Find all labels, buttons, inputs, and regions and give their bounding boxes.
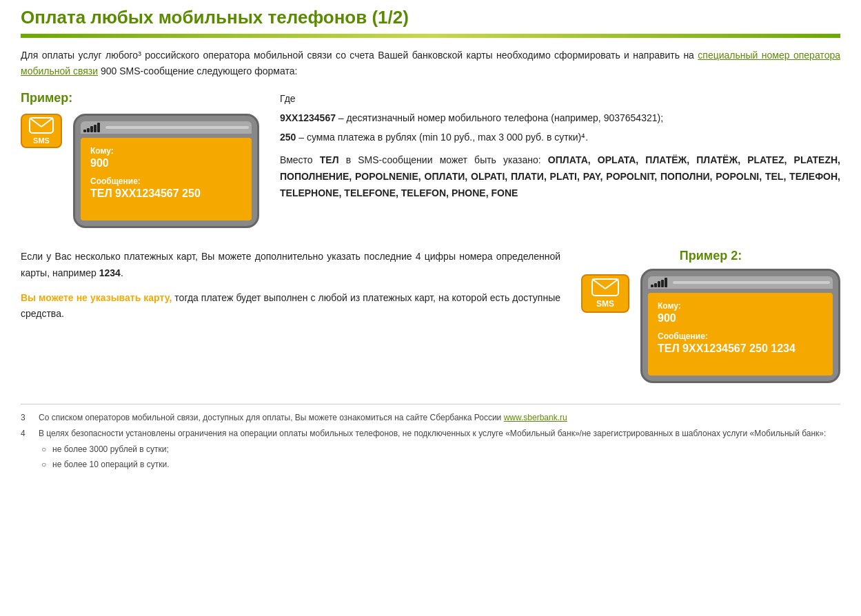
phone-screen-1: Кому: 900 Сообщение: ТЕЛ 9XX1234567 250 (81, 138, 252, 220)
footnote-3-num: 3 (21, 411, 33, 424)
footnote-4-bullets: не более 3000 рублей в сутки; не более 1… (21, 443, 840, 471)
phone-header-line-1 (105, 126, 249, 129)
where-section: Где 9XX1234567 – десятизначный номер моб… (280, 91, 840, 202)
bar3 (90, 126, 93, 132)
sms-text-1: SMS (33, 136, 50, 145)
phone-msg-label-1: Сообщение: (90, 176, 242, 186)
section2-left: Если у Вас несколько платежных карт, Вы … (21, 249, 560, 322)
phone-header-line-2 (673, 281, 830, 284)
highlight-text: Вы можете не указывать карту, (21, 292, 172, 303)
footnote-3-text: Со списком операторов мобильной связи, д… (39, 411, 567, 424)
svg-line-4 (592, 279, 605, 289)
phone-msg-value-2: ТЕЛ 9XX1234567 250 1234 (658, 342, 823, 355)
footnotes: 3 Со списком операторов мобильной связи,… (21, 404, 840, 471)
intro-text-after: 900 SMS-сообщение следующего формата: (101, 65, 297, 76)
section1: Пример: SMS (21, 91, 840, 228)
bar1 (83, 130, 86, 132)
footnote-4-num: 4 (21, 427, 33, 440)
section2-right: Пример 2: SMS (581, 249, 840, 383)
instead-line: Вместо ТЕЛ в SMS-сообщении может быть ук… (280, 152, 840, 201)
svg-line-5 (605, 279, 618, 289)
bullet-2: не более 10 операций в сутки. (41, 458, 840, 471)
page-wrapper: Оплата любых мобильных телефонов (1/2) Д… (0, 0, 861, 486)
svg-line-1 (30, 118, 41, 127)
footnote-3: 3 Со списком операторов мобильной связи,… (21, 411, 840, 424)
signal-bars-1 (83, 123, 100, 132)
section2-para2: Вы можете не указывать карту, тогда плат… (21, 290, 560, 323)
last4-text: 1234 (99, 267, 121, 278)
phone-num-desc: – десятизначный номер мобильного телефон… (338, 112, 663, 123)
phone-top-bar-2 (648, 276, 833, 289)
green-bar (21, 34, 840, 38)
bar3b (658, 281, 660, 287)
phone-top-bar-1 (81, 121, 252, 134)
phone-to-value-2: 900 (658, 312, 823, 325)
intro-text-before: Для оплаты услуг любого³ российского опе… (21, 50, 694, 61)
phone-mock-2: Кому: 900 Сообщение: ТЕЛ 9XX1234567 250 … (640, 269, 840, 383)
intro-text: Для оплаты услуг любого³ российского опе… (21, 48, 840, 79)
bar5 (97, 123, 100, 132)
phone-num-text: 9XX1234567 (280, 112, 336, 123)
footnote-4: 4 В целях безопасности установлены огран… (21, 427, 840, 440)
amount-desc: – сумма платежа в рублях (min 10 руб., m… (298, 132, 588, 143)
sberbank-link[interactable]: www.sberbank.ru (504, 413, 567, 422)
amount-text: 250 (280, 132, 296, 143)
section2-para1: Если у Вас несколько платежных карт, Вы … (21, 249, 560, 282)
svg-line-2 (41, 118, 53, 127)
phone-screen-2: Кому: 900 Сообщение: ТЕЛ 9XX1234567 250 … (648, 293, 833, 376)
sms-text-2: SMS (596, 299, 614, 309)
phone-to-value-1: 900 (90, 157, 242, 170)
section2: Если у Вас несколько платежных карт, Вы … (21, 249, 840, 383)
signal-bars-2 (651, 278, 667, 287)
example1-left: Пример: SMS (21, 91, 259, 228)
where-intro: Где (280, 91, 840, 107)
bar2b (654, 283, 657, 287)
instead-rest: в SMS-сообщении может быть указано: (346, 154, 541, 165)
phone-to-label-2: Кому: (658, 301, 823, 311)
bar2 (87, 128, 90, 132)
footnote-4-text: В целях безопасности установлены огранич… (39, 427, 826, 440)
primer2-row: SMS Кому: (581, 269, 840, 383)
bar1b (651, 285, 654, 287)
phone-mock-1: Кому: 900 Сообщение: ТЕЛ 9XX1234567 250 (73, 114, 259, 228)
phone-to-label-1: Кому: (90, 146, 242, 156)
primer1-label: Пример: (21, 91, 72, 105)
tel-word: ТЕЛ (320, 154, 346, 165)
bar4 (94, 125, 97, 132)
phone-msg-value-1: ТЕЛ 9XX1234567 250 (90, 187, 242, 200)
bullet-1: не более 3000 рублей в сутки; (41, 443, 840, 456)
sms-icon-2: SMS (581, 274, 629, 313)
phone-num-line: 9XX1234567 – десятизначный номер мобильн… (280, 110, 840, 127)
bar5b (665, 278, 667, 287)
page-title: Оплата любых мобильных телефонов (1/2) (21, 7, 840, 28)
phone-msg-label-2: Сообщение: (658, 331, 823, 341)
amount-line: 250 – сумма платежа в рублях (min 10 руб… (280, 130, 840, 146)
instead-text-before: Вместо (280, 154, 313, 165)
primer2-label: Пример 2: (680, 249, 742, 263)
sms-icon-1: SMS (21, 114, 62, 148)
bar4b (661, 280, 664, 287)
example1-row: SMS Кому: (21, 114, 259, 228)
